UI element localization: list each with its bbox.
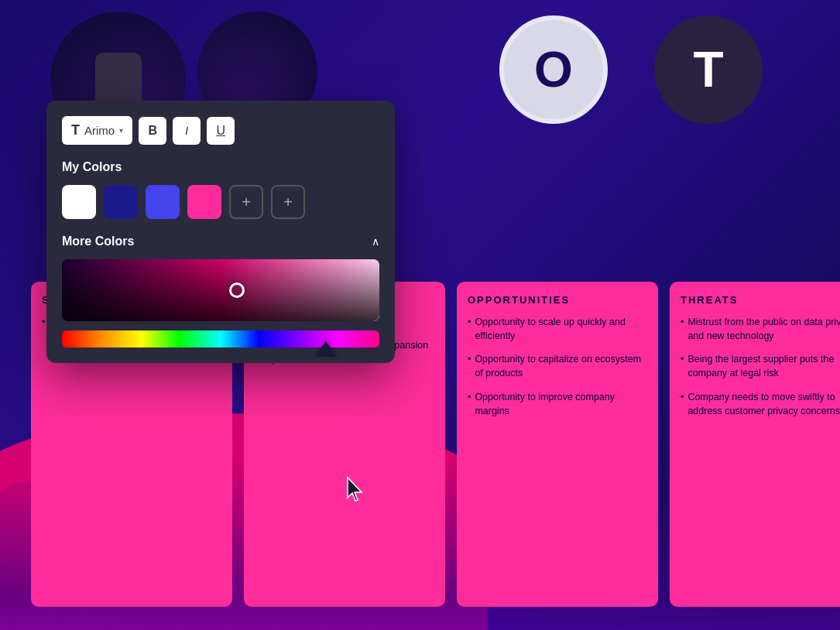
list-item: Opportunity to scale up quickly and effi… <box>468 315 647 343</box>
saturation-picker-handle[interactable] <box>229 282 245 298</box>
list-item: Mistrust from the public on data privacy… <box>681 315 840 343</box>
bold-button[interactable]: B <box>139 117 166 145</box>
threats-column: THREATS Mistrust from the public on data… <box>670 282 840 607</box>
underline-button[interactable]: U <box>207 117 235 145</box>
color-swatches-row: + + <box>62 185 379 219</box>
color-picker-popup: T Arimo ▾ B I U My Colors + + More Color… <box>46 101 395 363</box>
threats-header: THREATS <box>681 294 840 306</box>
font-selector[interactable]: T Arimo ▾ <box>62 116 132 145</box>
opportunity-circle: O <box>499 15 608 124</box>
opportunity-circle-group: O <box>499 15 608 124</box>
threats-list: Mistrust from the public on data privacy… <box>681 315 840 418</box>
list-item: Company needs to move swiftly to address… <box>681 390 840 418</box>
more-colors-section-header: More Colors ∧ <box>62 235 379 248</box>
threats-letter: T <box>693 41 723 98</box>
my-colors-label: My Colors <box>62 160 379 174</box>
color-swatch-navy[interactable] <box>104 185 138 219</box>
threats-circle: T <box>654 15 763 124</box>
hue-bar[interactable] <box>62 330 379 348</box>
color-swatch-blue[interactable] <box>146 185 180 219</box>
text-type-icon: T <box>71 122 80 139</box>
collapse-icon[interactable]: ∧ <box>372 235 379 248</box>
opportunity-letter: O <box>534 41 573 98</box>
add-color-button-2[interactable]: + <box>271 185 305 219</box>
list-item: Opportunity to capitalize on ecosystem o… <box>468 352 647 380</box>
font-name-label: Arimo <box>84 124 115 137</box>
threats-circle-group: T <box>654 15 763 124</box>
text-format-toolbar: T Arimo ▾ B I U <box>62 116 379 145</box>
top-circles-container: O T <box>499 15 763 124</box>
italic-button[interactable]: I <box>173 117 201 145</box>
color-swatch-pink[interactable] <box>187 185 221 219</box>
opportunities-column: OPPORTUNITIES Opportunity to scale up qu… <box>457 282 658 607</box>
color-swatch-white[interactable] <box>62 185 96 219</box>
more-colors-label: More Colors <box>62 235 134 248</box>
hue-cursor <box>315 341 337 357</box>
opportunities-header: OPPORTUNITIES <box>468 294 647 306</box>
saturation-picker[interactable] <box>62 259 379 321</box>
font-dropdown-arrow-icon[interactable]: ▾ <box>119 126 123 135</box>
list-item: Being the largest supplier puts the comp… <box>681 352 840 380</box>
list-item: Opportunity to improve company margins <box>468 390 647 418</box>
opportunities-list: Opportunity to scale up quickly and effi… <box>468 315 647 418</box>
add-color-button-1[interactable]: + <box>229 185 263 219</box>
